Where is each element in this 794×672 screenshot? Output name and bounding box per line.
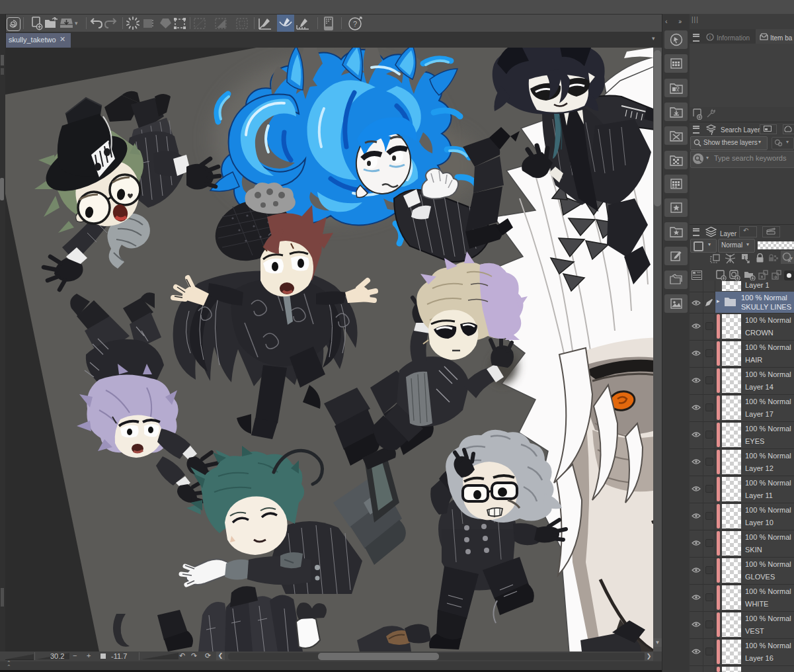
svg-text:?: ?	[353, 20, 357, 28]
svg-text:i: i	[709, 34, 711, 40]
